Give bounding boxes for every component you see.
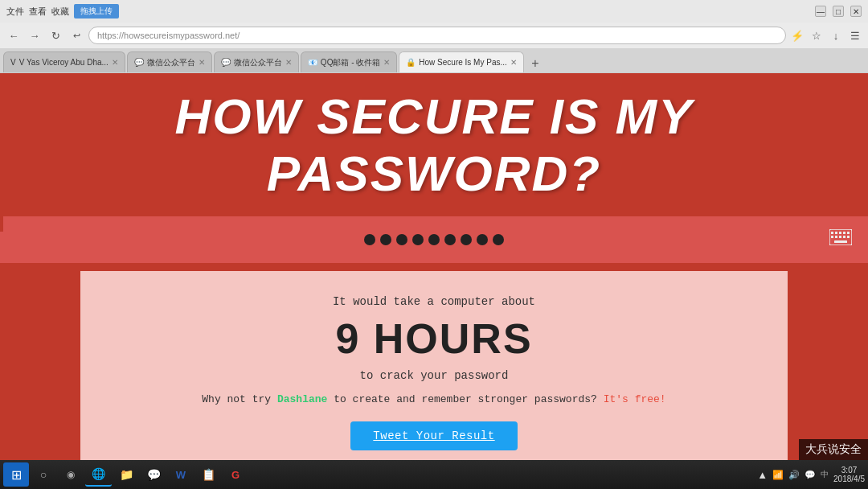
svg-rect-4 bbox=[843, 232, 845, 234]
svg-rect-1 bbox=[831, 232, 833, 234]
dot-6 bbox=[444, 234, 456, 245]
tab-1[interactable]: V V Yas Viceroy Abu Dha... ✕ bbox=[3, 51, 125, 72]
upload-btn[interactable]: 拖拽上传 bbox=[74, 4, 119, 18]
download-icon[interactable]: ↓ bbox=[828, 27, 844, 43]
dot-9 bbox=[493, 234, 504, 245]
tab-favicon-2: 💬 bbox=[134, 58, 144, 67]
taskbar-word[interactable]: W bbox=[168, 462, 194, 487]
history-btn[interactable]: ↩ bbox=[68, 27, 85, 44]
tab-close-3[interactable]: ✕ bbox=[285, 58, 292, 67]
svg-rect-9 bbox=[843, 236, 845, 238]
tab-3[interactable]: 💬 微信公众平台 ✕ bbox=[214, 51, 299, 72]
keyboard-icon[interactable] bbox=[829, 229, 852, 250]
taskbar-input: 中 bbox=[821, 469, 829, 480]
forward-btn[interactable]: → bbox=[26, 27, 43, 44]
dot-1 bbox=[364, 234, 375, 245]
result-suffix: to crack your password bbox=[113, 369, 755, 382]
tab-favicon-1: V bbox=[10, 58, 16, 67]
tab-close-1[interactable]: ✕ bbox=[112, 58, 118, 67]
title-bar: 文件 查看 收藏 拖拽上传 — □ ✕ bbox=[0, 0, 868, 23]
taskbar-search[interactable]: ○ bbox=[31, 462, 56, 487]
tab-4[interactable]: 📧 QQ邮箱 - 收件箱 ✕ bbox=[301, 51, 397, 72]
maximize-btn[interactable]: □ bbox=[833, 6, 844, 17]
dashlane-link[interactable]: Dashlane bbox=[277, 393, 327, 405]
tab-close-4[interactable]: ✕ bbox=[383, 58, 390, 67]
watermark: 大兵说安全 bbox=[799, 439, 868, 460]
tab-label-5: How Secure Is My Pas... bbox=[419, 58, 506, 67]
dot-3 bbox=[396, 234, 407, 245]
hero-title: HOW SECURE IS MY PASSWORD? bbox=[16, 88, 852, 202]
result-intro: It would take a computer about bbox=[113, 295, 755, 308]
taskbar-folder[interactable]: 📁 bbox=[113, 462, 139, 487]
dot-5 bbox=[428, 234, 440, 245]
new-tab-btn[interactable]: + bbox=[526, 55, 545, 72]
tab-label-3: 微信公众平台 bbox=[234, 57, 282, 68]
file-menu[interactable]: 文件 bbox=[6, 6, 24, 18]
taskbar-ie[interactable]: 🌐 bbox=[85, 462, 112, 487]
close-btn[interactable]: ✕ bbox=[850, 6, 862, 17]
taskbar-right: ▲ 📶 🔊 💬 中 3:07 2018/4/5 bbox=[757, 466, 865, 483]
search-icon: ○ bbox=[40, 468, 47, 481]
back-btn[interactable]: ← bbox=[5, 27, 23, 44]
tab-close-5[interactable]: ✕ bbox=[510, 58, 517, 67]
free-link[interactable]: It's free! bbox=[604, 393, 666, 405]
svg-rect-11 bbox=[834, 240, 847, 243]
app5-icon: 📋 bbox=[202, 468, 215, 481]
menu-icon[interactable]: ☰ bbox=[847, 27, 863, 43]
minimize-btn[interactable]: — bbox=[815, 6, 826, 17]
dot-2 bbox=[380, 234, 391, 245]
result-promo: Why not try Dashlane to create and remem… bbox=[113, 393, 755, 405]
taskbar-wifi: ▲ bbox=[757, 469, 768, 481]
svg-rect-6 bbox=[831, 236, 833, 238]
cortana-icon: ◉ bbox=[67, 469, 75, 480]
svg-rect-5 bbox=[847, 232, 850, 234]
nav-bar: ← → ↻ ↩ https://howsecureismypassword.ne… bbox=[0, 23, 868, 48]
nav-icons: ⚡ ☆ ↓ ☰ bbox=[789, 27, 863, 43]
flash-icon[interactable]: ⚡ bbox=[789, 27, 805, 43]
dot-7 bbox=[461, 234, 472, 245]
tab-label-4: QQ邮箱 - 收件箱 bbox=[321, 57, 380, 68]
dot-4 bbox=[412, 234, 424, 245]
folder-icon: 📁 bbox=[120, 468, 133, 481]
start-icon: ⊞ bbox=[11, 467, 22, 483]
taskbar-app5[interactable]: 📋 bbox=[195, 462, 221, 487]
svg-rect-3 bbox=[839, 232, 841, 234]
taskbar-cortana[interactable]: ◉ bbox=[58, 462, 84, 487]
tab-favicon-5: 🔒 bbox=[406, 58, 416, 67]
ie-icon: 🌐 bbox=[92, 467, 105, 480]
result-time: 9 HOURS bbox=[113, 314, 755, 363]
password-dots bbox=[364, 234, 504, 245]
wechat-icon: 💬 bbox=[147, 468, 161, 481]
clock-time: 3:07 bbox=[833, 466, 865, 475]
password-section[interactable] bbox=[0, 216, 868, 263]
tabs-bar: V V Yas Viceroy Abu Dha... ✕ 💬 微信公众平台 ✕ … bbox=[0, 48, 868, 72]
svg-rect-2 bbox=[835, 232, 837, 234]
red-divider bbox=[0, 263, 868, 271]
svg-rect-10 bbox=[847, 236, 850, 238]
left-indicator bbox=[0, 208, 3, 232]
tab-5[interactable]: 🔒 How Secure Is My Pas... ✕ bbox=[399, 51, 523, 72]
taskbar-wechat[interactable]: 💬 bbox=[141, 462, 166, 487]
title-bar-right: — □ ✕ bbox=[815, 6, 862, 17]
page-content: HOW SECURE IS MY PASSWORD? bbox=[0, 73, 868, 489]
taskbar-game[interactable]: G bbox=[223, 462, 248, 487]
taskbar-volume: 🔊 bbox=[788, 470, 800, 480]
star-icon[interactable]: ☆ bbox=[809, 27, 825, 43]
tab-close-2[interactable]: ✕ bbox=[199, 58, 205, 67]
tab-2[interactable]: 💬 微信公众平台 ✕ bbox=[127, 51, 212, 72]
favorites-menu[interactable]: 收藏 bbox=[51, 6, 69, 18]
address-bar[interactable]: https://howsecureismypassword.net/ bbox=[88, 27, 786, 44]
view-menu[interactable]: 查看 bbox=[29, 6, 47, 18]
tab-favicon-4: 📧 bbox=[308, 58, 317, 67]
watermark-text: 大兵说安全 bbox=[805, 442, 862, 455]
tweet-button[interactable]: Tweet Your Result bbox=[350, 421, 517, 450]
tab-label-1: V Yas Viceroy Abu Dha... bbox=[19, 58, 108, 67]
start-button[interactable]: ⊞ bbox=[3, 462, 29, 487]
taskbar-msg: 💬 bbox=[805, 470, 816, 480]
tab-favicon-3: 💬 bbox=[221, 58, 231, 67]
tab-label-2: 微信公众平台 bbox=[147, 57, 195, 68]
refresh-btn[interactable]: ↻ bbox=[47, 27, 64, 44]
promo-text-1: Why not try bbox=[202, 393, 271, 405]
result-card: It would take a computer about 9 HOURS t… bbox=[80, 271, 788, 475]
clock-date: 2018/4/5 bbox=[833, 475, 865, 483]
